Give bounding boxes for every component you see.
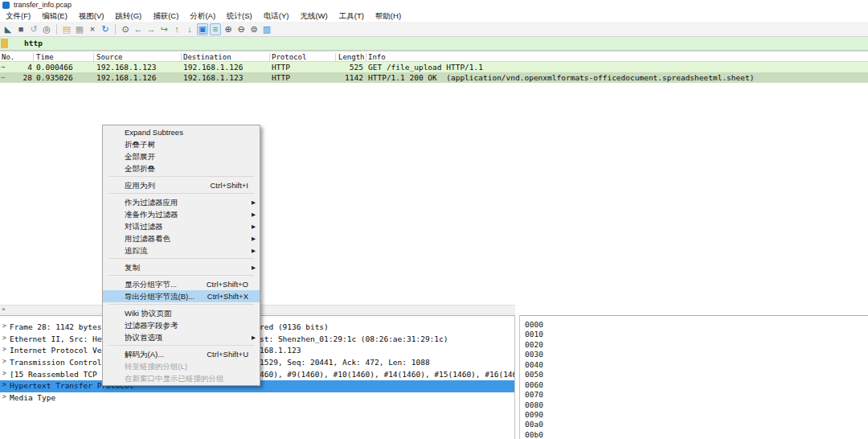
context-menu-item[interactable]: 全部折叠 ▶ <box>103 162 260 174</box>
hex-row[interactable]: 0070 69 74 69 6f 6e 3a 20 61 74 74 61 63… <box>520 390 868 400</box>
menubar-item[interactable]: 统计(S) <box>221 11 258 22</box>
filter-bar[interactable]: http <box>0 37 868 51</box>
detail-row[interactable]: > Media Type <box>0 392 515 404</box>
hex-row[interactable]: 0000 48 54 54 50 2f 31 2e 31 20 32 30 30… <box>520 320 868 330</box>
column-header-info[interactable]: Info <box>368 53 386 61</box>
resize-columns-icon[interactable]: ▥ <box>261 23 272 35</box>
hex-ascii[interactable]: t; filen ame="tes <box>771 400 852 409</box>
autoscroll-icon[interactable]: ▣ <box>197 23 208 35</box>
hex-ascii[interactable]: HTTP/1.1 200 OK· <box>771 320 852 329</box>
filter-input[interactable]: http <box>24 39 43 47</box>
start-capture-icon[interactable]: ◣ <box>2 23 14 35</box>
zoom-in-icon[interactable]: ⊕ <box>223 23 234 35</box>
restart-capture-icon[interactable]: ↺ <box>28 23 39 35</box>
context-menu-item[interactable]: 在新窗口中显示已链接的分组 ▶ <box>103 372 260 384</box>
capture-options-icon[interactable]: ◎ <box>41 23 52 35</box>
hex-bytes[interactable]: 0a 43 6f 6e 74 65 6e 74 2d 54 79 70 65 3… <box>551 330 775 338</box>
context-menu-item[interactable]: 过滤器字段参考 ▶ <box>103 319 260 331</box>
column-header-no[interactable]: No. <box>2 53 14 61</box>
zoom-normal-icon[interactable]: ⊜ <box>248 23 260 35</box>
hex-bytes[interactable]: 69 74 69 6f 6e 3a 20 61 74 74 61 63 68 6… <box>551 390 775 399</box>
context-menu-item[interactable]: Wiki 协议页面 ▶ <box>103 307 260 319</box>
hex-ascii[interactable]: -Length: 21289·· <box>771 420 852 429</box>
column-divider[interactable] <box>181 53 182 61</box>
hex-ascii[interactable]: ficedocu ment.spr <box>771 360 852 369</box>
expander-icon[interactable]: > <box>2 322 6 330</box>
hex-row[interactable]: 00a0 2d 4c 65 6e 67 74 68 3a 20 32 31 32… <box>520 420 868 429</box>
context-menu-item[interactable]: Expand Subtrees ▶ <box>103 126 260 138</box>
hex-dump-pane[interactable]: 0000 48 54 54 50 2f 31 2e 31 20 32 30 30… <box>519 315 868 439</box>
hex-ascii[interactable]: eadsheet ml.sheet <box>771 370 852 379</box>
hex-row[interactable]: 00b0 44 61 74 65 3a 20 54 75 65 2c 20 31… <box>520 430 868 439</box>
context-menu-item[interactable]: 作为过滤器应用 ▶ <box>103 196 260 208</box>
hex-ascii[interactable]: pplicati on/vnd.o <box>771 340 852 349</box>
hex-ascii[interactable]: t.xlsx"· ·Content <box>771 410 852 419</box>
column-divider[interactable] <box>269 53 270 61</box>
colorize-icon[interactable]: ≡ <box>210 23 221 35</box>
context-menu-item[interactable]: 折叠子树 ▶ <box>103 138 260 150</box>
column-header-time[interactable]: Time <box>36 53 54 61</box>
context-menu-item[interactable]: 应用为列 Ctrl+Shift+I ▶ <box>103 179 260 191</box>
menubar-item[interactable]: 电话(Y) <box>258 11 295 22</box>
menubar-item[interactable]: 无线(W) <box>294 11 333 22</box>
column-divider[interactable] <box>366 53 366 61</box>
expander-icon[interactable]: > <box>2 358 6 365</box>
menubar-item[interactable]: 捕获(C) <box>147 11 184 22</box>
menubar-item[interactable]: 分析(A) <box>184 11 221 22</box>
column-header-destination[interactable]: Destination <box>183 53 231 61</box>
context-menu-item[interactable]: 对话过滤器 ▶ <box>103 220 260 232</box>
find-packet-icon[interactable]: ⊙ <box>120 23 131 35</box>
go-forward-icon[interactable]: → <box>145 23 157 35</box>
context-menu-item[interactable]: 追踪流 ▶ <box>103 244 260 256</box>
context-menu-item[interactable]: 准备作为过滤器 ▶ <box>103 208 260 220</box>
hex-ascii[interactable]: penxmlfo rmats-of <box>771 350 852 359</box>
hex-ascii[interactable]: ·Content -Type: a <box>771 330 852 338</box>
stop-capture-icon[interactable]: ■ <box>15 23 27 35</box>
hex-bytes[interactable]: 74 3b 20 66 69 6c 65 6e 61 6d 65 3d 22 7… <box>551 400 775 409</box>
hex-row[interactable]: 0020 70 70 6c 69 63 61 74 69 6f 6e 2f 76… <box>520 340 868 350</box>
expander-icon[interactable]: > <box>2 346 6 353</box>
menubar-item[interactable]: 文件(F) <box>0 11 36 22</box>
hex-bytes[interactable]: 0d 0a 43 6f 6e 74 65 6e 74 2d 44 69 73 7… <box>551 380 775 389</box>
reload-file-icon[interactable]: ↻ <box>100 23 111 35</box>
context-menu-item[interactable]: 用过滤器着色 ▶ <box>103 232 260 244</box>
hex-bytes[interactable]: 65 61 64 73 68 65 65 74 6d 6c 2e 73 68 6… <box>551 370 775 379</box>
hex-row[interactable]: 0030 70 65 6e 78 6d 6c 66 6f 72 6d 61 74… <box>520 350 868 359</box>
hex-row[interactable]: 0040 66 69 63 65 64 6f 63 75 6d 65 6e 74… <box>520 360 868 370</box>
menubar-item[interactable]: 编辑(E) <box>36 11 73 22</box>
open-capture-file-icon[interactable]: ▤ <box>61 23 72 35</box>
context-menu-item[interactable]: 导出分组字节流(B)... Ctrl+Shift+X ▶ <box>103 290 260 302</box>
menubar-item[interactable]: 工具(T) <box>334 11 370 22</box>
hex-row[interactable]: 0060 0d 0a 43 6f 6e 74 65 6e 74 2d 44 69… <box>520 380 868 390</box>
hex-bytes[interactable]: 2d 4c 65 6e 67 74 68 3a 20 32 31 32 38 3… <box>551 420 775 429</box>
context-menu-item[interactable]: 协议首选项 ▶ <box>103 331 260 343</box>
hex-ascii[interactable]: Date: Tu e, 16 Ap <box>771 430 852 439</box>
hex-row[interactable]: 0050 65 61 64 73 68 65 65 74 6d 6c 2e 73… <box>520 370 868 380</box>
go-back-icon[interactable]: ← <box>133 23 144 35</box>
hex-row[interactable]: 0090 74 2e 78 6c 73 78 22 0d 0a 43 6f 6e… <box>520 410 868 420</box>
hex-bytes[interactable]: 70 65 6e 78 6d 6c 66 6f 72 6d 61 74 73 2… <box>551 350 775 359</box>
go-last-packet-icon[interactable]: ↓ <box>184 23 195 35</box>
hex-bytes[interactable]: 66 69 63 65 64 6f 63 75 6d 65 6e 74 2e 7… <box>551 360 775 369</box>
hex-bytes[interactable]: 74 2e 78 6c 73 78 22 0d 0a 43 6f 6e 74 6… <box>551 410 775 419</box>
packet-row[interactable]: – 28 0.935026 192.168.1.126 192.168.1.12… <box>0 72 868 83</box>
hex-bytes[interactable]: 48 54 54 50 2f 31 2e 31 20 32 30 30 20 4… <box>551 320 775 329</box>
context-menu-item[interactable]: 全部展开 ▶ <box>103 150 260 162</box>
filter-bookmark-icon[interactable] <box>1 39 8 48</box>
packet-row[interactable]: → 4 0.000466 192.168.1.123 192.168.1.126… <box>0 62 868 72</box>
context-menu-item[interactable]: 解码为(A)... Ctrl+Shift+U ▶ <box>103 348 260 360</box>
go-to-packet-icon[interactable]: ↪ <box>158 23 170 35</box>
hex-row[interactable]: 0080 74 3b 20 66 69 6c 65 6e 61 6d 65 3d… <box>520 400 868 410</box>
menubar-item[interactable]: 视图(V) <box>73 11 110 22</box>
expander-icon[interactable]: > <box>2 393 6 400</box>
column-header-source[interactable]: Source <box>96 53 123 61</box>
expander-icon[interactable]: > <box>2 334 6 342</box>
menubar-item[interactable]: 跳转(G) <box>109 11 147 22</box>
menubar-item[interactable]: 帮助(H) <box>370 11 407 22</box>
hex-ascii[interactable]: ··Conten t-Dispos <box>771 380 852 389</box>
hex-ascii[interactable]: ition: a ttachmen <box>771 390 852 399</box>
hex-bytes[interactable]: 70 70 6c 69 63 61 74 69 6f 6e 2f 76 6e 6… <box>551 340 775 349</box>
context-menu-item[interactable]: 转至链接的分组(L) ▶ <box>103 360 260 372</box>
close-capture-file-icon[interactable]: × <box>87 23 98 35</box>
go-first-packet-icon[interactable]: ↑ <box>171 23 182 35</box>
